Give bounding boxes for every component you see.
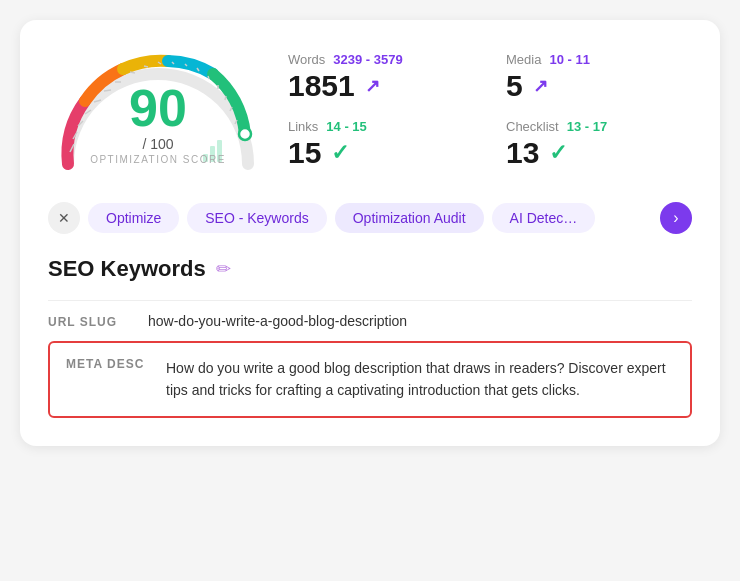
meta-desc-row: META DESC How do you write a good blog d… [48, 341, 692, 418]
stat-checklist: Checklist 13 - 17 13 ✓ [506, 119, 692, 170]
check-icon-links: ✓ [331, 140, 349, 166]
edit-icon[interactable]: ✏ [216, 258, 231, 280]
stat-links: Links 14 - 15 15 ✓ [288, 119, 474, 170]
stat-media: Media 10 - 11 5 ↗ [506, 52, 692, 103]
stat-media-range: 10 - 11 [549, 52, 589, 67]
stat-words: Words 3239 - 3579 1851 ↗ [288, 52, 474, 103]
tab-seo-keywords[interactable]: SEO - Keywords [187, 203, 326, 233]
svg-line-13 [208, 76, 209, 79]
url-slug-row: URL SLUG how-do-you-write-a-good-blog-de… [48, 300, 692, 341]
stat-words-value: 1851 [288, 69, 355, 103]
tab-optimize[interactable]: Optimize [88, 203, 179, 233]
svg-line-8 [144, 66, 148, 67]
tabs-chevron-button[interactable]: › [660, 202, 692, 234]
stats-grid: Words 3239 - 3579 1851 ↗ Media 10 - 11 5… [288, 44, 692, 170]
tab-ai-detect[interactable]: AI Detec… [492, 203, 596, 233]
check-icon-checklist: ✓ [549, 140, 567, 166]
stat-checklist-label: Checklist [506, 119, 559, 134]
svg-line-7 [130, 72, 135, 73]
tab-close-button[interactable]: ✕ [48, 202, 80, 234]
arrow-up-icon-media: ↗ [533, 75, 548, 97]
stat-media-label: Media [506, 52, 541, 67]
main-card: 90 / 100 OPTIMIZATION SCORE Words 3239 -… [20, 20, 720, 446]
stat-checklist-range: 13 - 17 [567, 119, 607, 134]
gauge-score: 90 [48, 82, 268, 134]
gauge-label: OPTIMIZATION SCORE [48, 154, 268, 165]
meta-desc-value: How do you write a good blog description… [166, 357, 674, 402]
tabs-row: ✕ Optimize SEO - Keywords Optimization A… [48, 202, 692, 234]
gauge-container: 90 / 100 OPTIMIZATION SCORE [48, 44, 268, 178]
gauge-center: 90 / 100 OPTIMIZATION SCORE [48, 82, 268, 165]
stat-words-label: Words [288, 52, 325, 67]
section-title: SEO Keywords [48, 256, 206, 282]
tab-optimization-audit[interactable]: Optimization Audit [335, 203, 484, 233]
section-heading: SEO Keywords ✏ [48, 256, 692, 282]
meta-desc-key: META DESC [66, 357, 166, 371]
stat-checklist-value: 13 [506, 136, 539, 170]
url-slug-value: how-do-you-write-a-good-blog-description [148, 313, 692, 329]
stat-links-value: 15 [288, 136, 321, 170]
stat-media-value: 5 [506, 69, 523, 103]
arrow-up-icon-words: ↗ [365, 75, 380, 97]
top-section: 90 / 100 OPTIMIZATION SCORE Words 3239 -… [48, 44, 692, 178]
stat-links-range: 14 - 15 [326, 119, 366, 134]
gauge-denom: / 100 [48, 136, 268, 152]
url-slug-key: URL SLUG [48, 313, 148, 329]
stat-links-label: Links [288, 119, 318, 134]
stat-words-range: 3239 - 3579 [333, 52, 402, 67]
